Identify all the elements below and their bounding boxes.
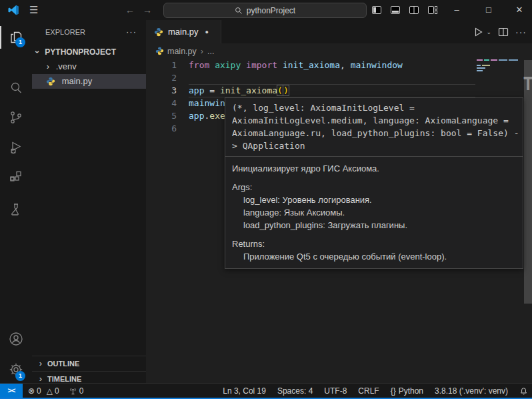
line-number: 4 — [146, 97, 189, 109]
scrollbar-thumb[interactable] — [524, 60, 532, 304]
split-editor-button[interactable] — [498, 27, 509, 37]
doc-line: log_level: Уровень логирования. — [232, 193, 516, 206]
editor-actions: ⌄ ··· — [473, 20, 527, 43]
customize-layout-icon[interactable] — [427, 5, 438, 15]
run-button[interactable] — [473, 27, 483, 37]
menu-hamburger-icon[interactable]: ☰ — [29, 3, 38, 17]
toggle-panel-icon[interactable] — [390, 5, 401, 15]
ports-count: 0 — [79, 386, 84, 396]
hover-docs: Инициализирует ядро ГИС Аксиома.Args:log… — [225, 157, 523, 268]
remote-indicator-button[interactable]: >< — [0, 384, 23, 398]
root-folder-label: PYTHONPROJECT — [45, 47, 116, 57]
tab-main-py[interactable]: main.py ● — [146, 20, 221, 43]
notifications-bell-button[interactable] — [519, 387, 528, 396]
problems-button[interactable]: ⊗ 0 △ 0 — [28, 386, 59, 396]
python-file-icon — [155, 47, 164, 55]
doc-line: Инициализирует ядро ГИС Аксиома. — [232, 162, 516, 175]
activity-settings-button[interactable]: 1 — [0, 358, 31, 382]
error-icon: ⊗ — [28, 386, 35, 396]
doc-line: Returns: — [232, 238, 516, 250]
error-count: 0 — [37, 386, 41, 396]
beaker-icon — [8, 202, 24, 218]
doc-line — [232, 232, 516, 238]
hover-signature: (*, log_level: AxiomaInitLogLevel =Axiom… — [225, 98, 523, 157]
doc-line: load_python_plugins: Загружать плагины. — [232, 219, 516, 232]
activity-explorer-button[interactable]: 1 — [0, 25, 31, 49]
editor-scrollbar[interactable]: T — [524, 59, 532, 383]
breadcrumb-symbol[interactable]: ... — [207, 47, 214, 56]
explorer-more-actions-button[interactable]: ··· — [126, 27, 137, 37]
line-number: 2 — [146, 71, 189, 84]
indentation-button[interactable]: Spaces: 4 — [277, 386, 313, 396]
title-bar: ☰ ← → pythonProject – □ ✕ — [0, 0, 532, 21]
activity-bar: 1 1 — [0, 20, 33, 383]
editor-group: main.py ● ⌄ ··· main.py › ... 123456 fro… — [146, 20, 532, 383]
outline-section-header[interactable]: › OUTLINE — [32, 356, 146, 371]
signature-line: > QApplication — [232, 139, 516, 152]
explorer-badge: 1 — [15, 37, 25, 47]
warning-icon: △ — [47, 386, 53, 396]
doc-line — [232, 175, 516, 181]
ports-button[interactable]: 0 — [69, 386, 84, 396]
chevron-right-icon: › — [36, 356, 45, 371]
window-minimize-button[interactable]: – — [447, 0, 467, 20]
nav-forward-button[interactable]: → — [143, 3, 152, 17]
signature-line: AxiomaLanguage.ru, load_python_plugins: … — [232, 127, 516, 139]
search-icon — [8, 80, 24, 96]
minimap-t-marker: T — [524, 73, 532, 94]
tab-label: main.py — [168, 27, 199, 37]
tree-item-venv[interactable]: › .venv — [32, 59, 146, 74]
doc-line: language: Язык Аксиомы. — [232, 206, 516, 219]
eol-button[interactable]: CRLF — [358, 386, 379, 396]
activity-search-button[interactable] — [0, 76, 31, 100]
signature-line: AxiomaInitLogLevel.medium, language: Axi… — [232, 114, 516, 127]
code-editor[interactable]: 123456 from axipy import init_axioma, ma… — [146, 59, 532, 383]
window-close-button[interactable]: ✕ — [509, 0, 529, 20]
code-line — [189, 71, 403, 84]
toggle-sidebar-icon[interactable] — [371, 5, 382, 15]
python-interpreter-button[interactable]: 3.8.18 ('.venv': venv) — [435, 386, 508, 396]
activity-source-control-button[interactable] — [0, 105, 31, 129]
status-bar: >< ⊗ 0 △ 0 0 Ln 3, Col 19 Spaces: 4 UTF-… — [0, 383, 532, 398]
main-py-label: main.py — [62, 76, 93, 86]
cursor-position-button[interactable]: Ln 3, Col 19 — [223, 386, 266, 396]
search-label: pythonProject — [247, 6, 295, 15]
run-dropdown-button[interactable]: ⌄ — [486, 29, 491, 35]
dirty-indicator-icon[interactable]: ● — [205, 29, 209, 35]
encoding-button[interactable]: UTF-8 — [324, 386, 347, 396]
explorer-sidebar: EXPLORER ··· › PYTHONPROJECT › .venv mai… — [32, 20, 147, 383]
activity-extensions-button[interactable] — [0, 165, 31, 189]
nav-back-button[interactable]: ← — [125, 3, 135, 17]
braces-icon: {} — [391, 386, 396, 396]
line-number: 5 — [146, 109, 189, 122]
code-line: app = init_axioma() — [189, 84, 403, 97]
explorer-header: EXPLORER ··· — [32, 25, 146, 40]
doc-line: Args: — [232, 181, 516, 193]
warning-count: 0 — [55, 386, 59, 396]
editor-more-actions-button[interactable]: ··· — [515, 27, 527, 37]
venv-label: .venv — [56, 61, 77, 71]
signature-line: (*, log_level: AxiomaInitLogLevel = — [232, 101, 516, 114]
tree-item-root-folder[interactable]: › PYTHONPROJECT — [32, 45, 146, 59]
tree-item-main-py[interactable]: main.py — [32, 74, 146, 89]
python-file-icon — [154, 27, 163, 37]
status-left: ⊗ 0 △ 0 0 — [28, 384, 83, 398]
line-number: 6 — [146, 122, 189, 135]
python-file-icon — [46, 77, 55, 86]
status-right: Ln 3, Col 19 Spaces: 4 UTF-8 CRLF {}Pyth… — [223, 384, 528, 398]
explorer-title: EXPLORER — [45, 28, 85, 36]
doc-line: Приложение Qt5 с очередью событий (event… — [232, 250, 516, 263]
gutter: 123456 — [146, 59, 189, 135]
command-center-search[interactable]: pythonProject — [163, 3, 367, 18]
line-number: 3 — [146, 84, 189, 97]
settings-badge: 1 — [15, 371, 25, 381]
activity-accounts-button[interactable] — [0, 327, 31, 351]
toggle-secondary-sidebar-icon[interactable] — [409, 5, 419, 15]
activity-run-debug-button[interactable] — [0, 135, 31, 159]
code-line: from axipy import init_axioma, mainwindo… — [189, 59, 403, 71]
breadcrumb-file[interactable]: main.py — [167, 47, 197, 56]
search-icon — [235, 7, 243, 15]
window-maximize-button[interactable]: □ — [479, 0, 499, 20]
activity-testing-button[interactable] — [0, 197, 31, 222]
language-mode-button[interactable]: {}Python — [391, 386, 423, 396]
